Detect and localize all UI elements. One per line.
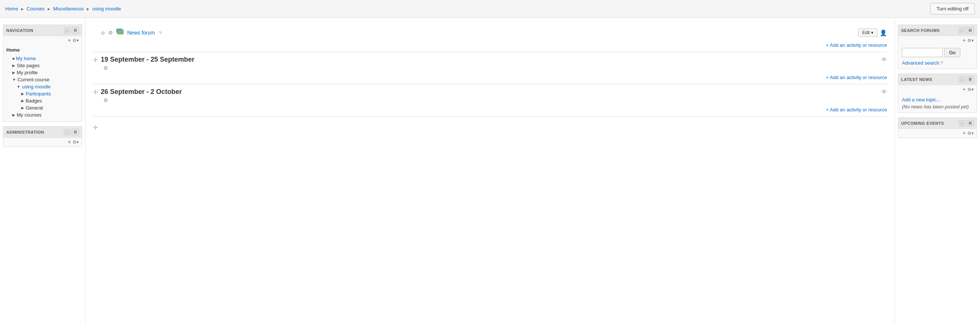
search-forums-expand-btn[interactable]: ⊠ xyxy=(967,27,974,33)
search-input[interactable] xyxy=(902,48,943,57)
nav-item-sitepages[interactable]: ▶ Site pages xyxy=(6,62,79,69)
nav-item-participants[interactable]: ▶ Participants xyxy=(6,90,79,97)
bullet-myhome: ■ xyxy=(12,57,14,60)
edit-button[interactable]: Edit ▾ xyxy=(858,28,877,37)
right-sidebar: SEARCH FORUMS □ ⊠ + ⚙▾ Go Advanced searc… xyxy=(894,18,980,323)
nav-item-badges[interactable]: ▶ Badges xyxy=(6,97,79,104)
search-forums-add-btn[interactable]: + xyxy=(963,38,966,43)
add-activity-row-0[interactable]: + Add an activity or resource xyxy=(93,40,887,52)
nav-link-myhome[interactable]: My home xyxy=(16,56,36,61)
add-activity-link-0[interactable]: + Add an activity or resource xyxy=(826,42,887,48)
search-row: Go xyxy=(902,48,973,57)
search-forums-gear-btn[interactable]: ⚙▾ xyxy=(967,38,974,43)
nav-label-mycourses: My courses xyxy=(17,112,41,118)
nav-label-badges: Badges xyxy=(25,98,42,104)
help-icon: ? xyxy=(940,60,943,66)
section1-title: 19 September - 25 September xyxy=(101,56,194,63)
navigation-gear-btn[interactable]: ⚙▾ xyxy=(73,38,79,43)
breadcrumb-courses[interactable]: Courses xyxy=(27,6,45,11)
latest-news-header: LATEST NEWS □ ⊠ xyxy=(898,74,977,85)
section-0: ✛ ⚙ News forum ✎ Edit ▾ xyxy=(93,22,887,52)
section1-gear-btn[interactable]: ⚙ xyxy=(103,65,108,71)
forum-icon xyxy=(116,27,124,38)
nav-item-myhome[interactable]: ■ My home xyxy=(6,55,79,62)
navigation-tree: Home ■ My home ▶ Site pages ▶ My profile… xyxy=(3,45,82,121)
person-icon[interactable]: 👤 xyxy=(880,29,887,36)
sep1: ► xyxy=(21,7,24,11)
section0-gear-btn[interactable]: ⚙ xyxy=(108,30,113,36)
news-forum-link[interactable]: News forum xyxy=(127,30,155,36)
administration-collapse-btn[interactable]: □ xyxy=(64,129,70,135)
nav-link-participants[interactable]: Participants xyxy=(25,91,51,97)
arrow-myprofile: ▶ xyxy=(12,71,15,74)
nav-item-usingmoodle[interactable]: ▼ using moodle xyxy=(6,83,79,90)
upcoming-events-gear-btn[interactable]: ⚙▾ xyxy=(967,131,974,136)
navigation-controls-row: + ⚙▾ xyxy=(3,36,82,45)
navigation-panel-header: NAVIGATION □ ⊠ xyxy=(3,25,82,36)
search-forums-title: SEARCH FORUMS xyxy=(901,28,940,33)
section2-title: 26 September - 2 October xyxy=(101,88,182,96)
arrow-badges: ▶ xyxy=(21,99,24,103)
upcoming-events-collapse-btn[interactable]: □ xyxy=(959,120,965,126)
latest-news-collapse-btn[interactable]: □ xyxy=(959,76,965,82)
add-topic-link[interactable]: Add a new topic... xyxy=(902,97,973,103)
section2-eye-icon[interactable]: 👁 xyxy=(881,89,887,95)
add-activity-row-2[interactable]: + Add an activity or resource xyxy=(93,105,887,116)
nav-label-myprofile: My profile xyxy=(17,70,38,75)
administration-panel-title: ADMINISTRATION xyxy=(6,130,44,135)
section-2: ✛ 26 September - 2 October 👁 ⚙ + Add an … xyxy=(93,84,887,116)
search-forums-collapse-btn[interactable]: □ xyxy=(959,27,965,33)
nav-item-currentcourse[interactable]: ▼ Current course xyxy=(6,76,79,83)
navigation-add-btn[interactable]: + xyxy=(68,38,71,43)
latest-news-expand-btn[interactable]: ⊠ xyxy=(967,76,974,82)
section2-gear-btn[interactable]: ⚙ xyxy=(103,97,108,103)
svg-rect-1 xyxy=(118,30,123,34)
advanced-search-link[interactable]: Advanced search xyxy=(902,60,939,66)
breadcrumb-misc[interactable]: Miscellaneous xyxy=(53,6,84,11)
add-activity-link-2[interactable]: + Add an activity or resource xyxy=(826,107,887,112)
edit-dropdown: Edit ▾ 👤 xyxy=(858,28,887,37)
section1-eye-icon[interactable]: 👁 xyxy=(881,57,887,63)
latest-news-nav-controls: + ⚙▾ xyxy=(898,85,977,94)
nav-item-general[interactable]: ▶ General xyxy=(6,104,79,111)
breadcrumb-course[interactable]: using moodle xyxy=(92,6,121,11)
add-activity-row-1[interactable]: + Add an activity or resource xyxy=(93,73,887,84)
left-sidebar: NAVIGATION □ ⊠ + ⚙▾ Home ■ My home ▶ Sit… xyxy=(0,18,86,323)
top-bar: Home ► Courses ► Miscellaneous ► using m… xyxy=(0,0,980,18)
upcoming-events-nav-controls: + ⚙▾ xyxy=(898,129,977,138)
main-layout: NAVIGATION □ ⊠ + ⚙▾ Home ■ My home ▶ Sit… xyxy=(0,18,980,323)
section2-header: ✛ 26 September - 2 October 👁 xyxy=(93,88,887,96)
breadcrumb-home[interactable]: Home xyxy=(5,6,18,11)
latest-news-add-btn[interactable]: + xyxy=(963,87,966,92)
section0-drag-handle[interactable]: ✛ xyxy=(100,30,105,37)
navigation-expand-btn[interactable]: ⊠ xyxy=(72,27,79,33)
navigation-panel: NAVIGATION □ ⊠ + ⚙▾ Home ■ My home ▶ Sit… xyxy=(3,24,82,122)
section1-drag-handle[interactable]: ✛ xyxy=(93,57,98,63)
navigation-collapse-btn[interactable]: □ xyxy=(64,27,70,33)
forum-icon-svg xyxy=(116,27,124,36)
administration-panel: ADMINISTRATION □ ⊠ + ⚙▾ xyxy=(3,126,82,147)
search-forums-panel: SEARCH FORUMS □ ⊠ + ⚙▾ Go Advanced searc… xyxy=(898,24,977,69)
go-button[interactable]: Go xyxy=(944,48,960,57)
upcoming-events-expand-btn[interactable]: ⊠ xyxy=(967,120,974,126)
upcoming-events-panel: UPCOMING EVENTS □ ⊠ + ⚙▾ xyxy=(898,117,977,138)
upcoming-events-add-btn[interactable]: + xyxy=(963,130,966,136)
arrow-currentcourse: ▼ xyxy=(12,78,16,82)
upcoming-events-header: UPCOMING EVENTS □ ⊠ xyxy=(898,118,977,129)
administration-expand-btn[interactable]: ⊠ xyxy=(72,129,79,135)
admin-gear-btn[interactable]: ⚙▾ xyxy=(73,139,79,145)
forum-item-row: ✛ ⚙ News forum ✎ Edit ▾ xyxy=(93,25,887,40)
nav-link-usingmoodle[interactable]: using moodle xyxy=(22,84,51,89)
section2-gear-row: ⚙ xyxy=(93,96,887,105)
section3-drag-handle[interactable]: ✛ xyxy=(93,124,98,131)
latest-news-gear-btn[interactable]: ⚙▾ xyxy=(967,87,974,92)
nav-item-mycourses[interactable]: ▶ My courses xyxy=(6,111,79,119)
add-activity-link-1[interactable]: + Add an activity or resource xyxy=(826,74,887,80)
section2-drag-handle[interactable]: ✛ xyxy=(93,89,98,96)
admin-add-btn[interactable]: + xyxy=(68,139,71,145)
upcoming-events-title: UPCOMING EVENTS xyxy=(901,121,944,125)
nav-item-myprofile[interactable]: ▶ My profile xyxy=(6,69,79,76)
arrow-mycourses: ▶ xyxy=(12,113,15,117)
advanced-search-row: Advanced search ? xyxy=(902,60,973,66)
turn-editing-button[interactable]: Turn editing off xyxy=(930,3,975,14)
